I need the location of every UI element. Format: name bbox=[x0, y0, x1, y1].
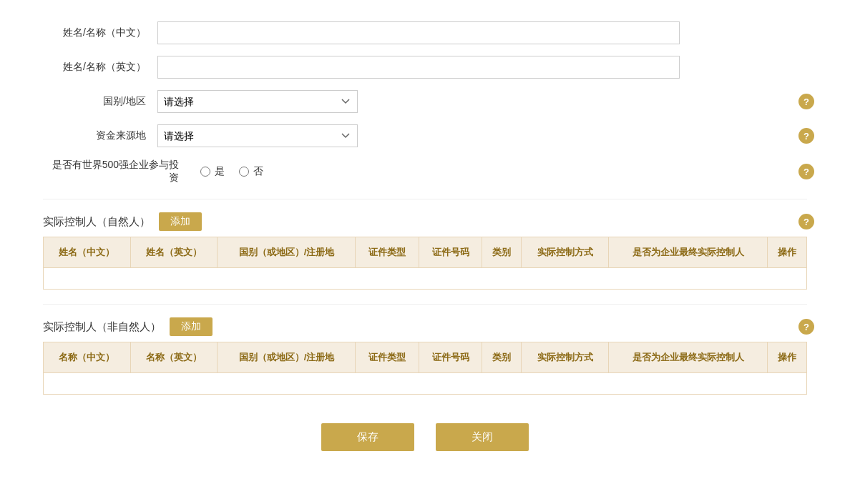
col-org-control-method: 实际控制方式 bbox=[522, 342, 609, 373]
col-category: 类别 bbox=[482, 237, 522, 268]
country-label: 国别/地区 bbox=[43, 95, 157, 108]
radio-no-input[interactable] bbox=[239, 167, 249, 177]
col-org-country: 国别（或地区）/注册地 bbox=[218, 342, 356, 373]
fund-source-label: 资金来源地 bbox=[43, 129, 157, 142]
radio-no-label: 否 bbox=[253, 165, 263, 178]
col-org-cert-type: 证件类型 bbox=[356, 342, 419, 373]
non-natural-person-table: 名称（中文） 名称（英文） 国别（或地区）/注册地 证件类型 证件号码 类别 实… bbox=[43, 342, 807, 395]
col-name-en: 姓名（英文） bbox=[130, 237, 218, 268]
name-cn-input[interactable] bbox=[157, 21, 680, 44]
col-cert-no: 证件号码 bbox=[419, 237, 482, 268]
col-org-category: 类别 bbox=[482, 342, 522, 373]
non-natural-person-header: 实际控制人（非自然人） 添加 ? bbox=[43, 312, 807, 342]
non-natural-person-help-icon[interactable]: ? bbox=[798, 319, 814, 335]
col-control-method: 实际控制方式 bbox=[522, 237, 609, 268]
natural-person-section: 实际控制人（自然人） 添加 ? 姓名（中文） 姓名（英文） 国别（或地区）/注册… bbox=[43, 207, 807, 290]
fortune500-radio-group: 是 否 bbox=[200, 165, 263, 178]
bottom-actions: 保存 关闭 bbox=[43, 423, 807, 451]
country-select[interactable]: 请选择 bbox=[157, 90, 358, 113]
divider-1 bbox=[43, 199, 807, 199]
col-org-cert-no: 证件号码 bbox=[419, 342, 482, 373]
name-cn-label: 姓名/名称（中文） bbox=[43, 26, 157, 39]
non-natural-person-title: 实际控制人（非自然人） bbox=[43, 320, 161, 334]
divider-2 bbox=[43, 304, 807, 305]
radio-no-item[interactable]: 否 bbox=[239, 165, 263, 178]
country-row: 国别/地区 请选择 ? bbox=[43, 90, 807, 113]
name-en-label: 姓名/名称（英文） bbox=[43, 61, 157, 74]
fund-source-select[interactable]: 请选择 bbox=[157, 124, 358, 147]
fortune500-label: 是否有世界500强企业参与投资 bbox=[43, 159, 200, 184]
col-name-cn: 姓名（中文） bbox=[44, 237, 131, 268]
fortune500-help-icon[interactable]: ? bbox=[798, 164, 814, 179]
close-button[interactable]: 关闭 bbox=[436, 423, 529, 451]
non-natural-person-add-btn[interactable]: 添加 bbox=[170, 317, 212, 336]
name-en-input[interactable] bbox=[157, 56, 680, 79]
non-natural-person-section: 实际控制人（非自然人） 添加 ? 名称（中文） 名称（英文） 国别（或地区）/注… bbox=[43, 312, 807, 395]
fund-source-help-icon[interactable]: ? bbox=[798, 128, 814, 144]
col-org-operation: 操作 bbox=[767, 342, 806, 373]
natural-person-add-btn[interactable]: 添加 bbox=[159, 212, 202, 231]
col-operation: 操作 bbox=[767, 237, 806, 268]
non-natural-person-table-header-row: 名称（中文） 名称（英文） 国别（或地区）/注册地 证件类型 证件号码 类别 实… bbox=[44, 342, 807, 373]
col-org-is-final-controller: 是否为企业最终实际控制人 bbox=[609, 342, 768, 373]
save-button[interactable]: 保存 bbox=[321, 423, 414, 451]
col-country: 国别（或地区）/注册地 bbox=[218, 237, 356, 268]
page-container: 姓名/名称（中文） 姓名/名称（英文） 国别/地区 请选择 ? 资金来源地 请选… bbox=[0, 0, 850, 504]
col-is-final-controller: 是否为企业最终实际控制人 bbox=[609, 237, 768, 268]
natural-person-table: 姓名（中文） 姓名（英文） 国别（或地区）/注册地 证件类型 证件号码 类别 实… bbox=[43, 237, 807, 290]
col-org-name-en: 名称（英文） bbox=[130, 342, 218, 373]
name-cn-row: 姓名/名称（中文） bbox=[43, 21, 807, 44]
form-section: 姓名/名称（中文） 姓名/名称（英文） 国别/地区 请选择 ? 资金来源地 请选… bbox=[43, 21, 807, 184]
radio-yes-input[interactable] bbox=[200, 167, 210, 177]
non-natural-person-empty-row bbox=[44, 373, 807, 395]
natural-person-table-header-row: 姓名（中文） 姓名（英文） 国别（或地区）/注册地 证件类型 证件号码 类别 实… bbox=[44, 237, 807, 268]
country-help-icon[interactable]: ? bbox=[798, 94, 814, 109]
fortune500-row: 是否有世界500强企业参与投资 是 否 ? bbox=[43, 159, 807, 184]
name-en-row: 姓名/名称（英文） bbox=[43, 56, 807, 79]
radio-yes-item[interactable]: 是 bbox=[200, 165, 225, 178]
natural-person-help-icon[interactable]: ? bbox=[798, 214, 814, 229]
fund-source-row: 资金来源地 请选择 ? bbox=[43, 124, 807, 147]
col-cert-type: 证件类型 bbox=[356, 237, 419, 268]
radio-yes-label: 是 bbox=[215, 165, 225, 178]
natural-person-empty-row bbox=[44, 268, 807, 290]
natural-person-title: 实际控制人（自然人） bbox=[43, 215, 150, 229]
natural-person-header: 实际控制人（自然人） 添加 ? bbox=[43, 207, 807, 237]
col-org-name-cn: 名称（中文） bbox=[44, 342, 131, 373]
